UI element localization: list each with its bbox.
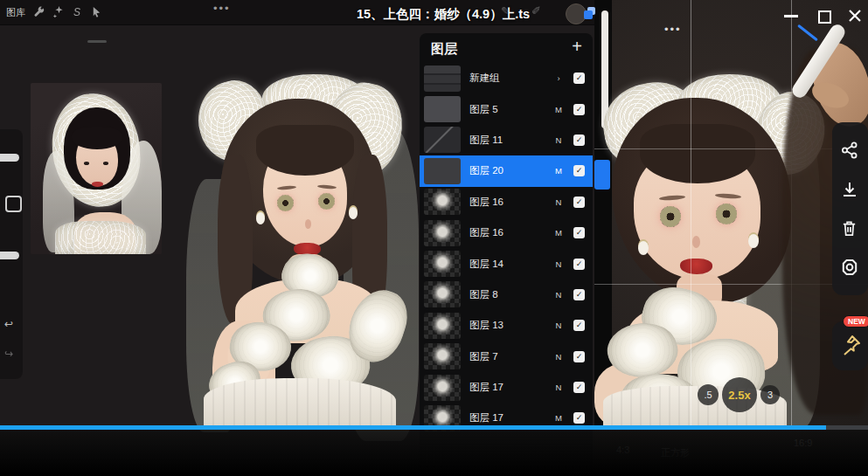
layers-list: 新建组›✓图层 5M✓图层 11N✓图层 20M✓图层 16N✓图层 16M✓图… xyxy=(420,63,593,434)
layer-row[interactable]: 图层 14N✓ xyxy=(420,248,593,279)
copy-icon xyxy=(584,7,596,19)
layer-visibility-checkbox[interactable]: ✓ xyxy=(573,412,585,424)
brush-sidebar: ↩ ↪ xyxy=(0,129,23,379)
layer-name: 图层 7 xyxy=(469,350,544,363)
layer-blend-mode[interactable]: M xyxy=(552,228,565,238)
gallery-button[interactable]: 图库 xyxy=(6,6,25,19)
layer-visibility-checkbox[interactable]: ✓ xyxy=(573,351,585,362)
opacity-slider[interactable] xyxy=(0,252,19,259)
layer-thumbnail[interactable] xyxy=(424,220,461,246)
layer-thumbnail[interactable] xyxy=(424,66,461,92)
layer-row-selected[interactable]: 图层 20M✓ xyxy=(420,155,593,186)
layer-row[interactable]: 图层 17N✓ xyxy=(420,372,593,403)
layer-visibility-checkbox[interactable]: ✓ xyxy=(573,320,585,331)
close-button[interactable] xyxy=(847,8,863,24)
layer-visibility-checkbox[interactable]: ✓ xyxy=(573,104,585,115)
layer-name: 图层 14 xyxy=(469,258,544,271)
layer-name: 图层 8 xyxy=(469,288,544,301)
layer-visibility-checkbox[interactable]: ✓ xyxy=(573,72,585,84)
brush-icon[interactable]: ✎ xyxy=(501,4,510,17)
layer-visibility-checkbox[interactable]: ✓ xyxy=(573,227,585,238)
layer-row[interactable]: 图层 11N✓ xyxy=(420,125,593,155)
layer-blend-mode[interactable]: › xyxy=(552,73,565,83)
actions-wrench-icon[interactable] xyxy=(33,6,45,17)
layer-row[interactable]: 图层 7N✓ xyxy=(420,341,593,372)
layer-thumbnail[interactable] xyxy=(424,96,461,122)
layer-thumbnail[interactable] xyxy=(424,313,461,339)
player-control-bar: 02:14:52 / 02:23:42 标记 NEW 倍速 NEW 超清 字幕 xyxy=(0,430,868,476)
layer-row[interactable]: 图层 8N✓ xyxy=(420,279,593,310)
layer-blend-mode[interactable]: N xyxy=(552,290,565,300)
layer-blend-mode[interactable]: N xyxy=(552,197,565,207)
reference-photo xyxy=(31,83,162,254)
layers-panel-title: 图层 xyxy=(431,41,457,58)
trash-icon[interactable] xyxy=(840,219,858,238)
camera-view: ••• 4:3 正方形 16:9 .5 2.5x 3 xyxy=(594,0,868,476)
eraser-icon[interactable]: ✐ xyxy=(531,4,541,17)
layer-row[interactable]: 图层 16N✓ xyxy=(420,187,593,217)
layer-visibility-checkbox[interactable]: ✓ xyxy=(573,135,585,146)
layer-thumbnail[interactable] xyxy=(424,189,461,215)
layer-row[interactable]: 图层 13N✓ xyxy=(420,310,593,341)
pin-panel xyxy=(832,321,868,370)
layer-thumbnail[interactable] xyxy=(424,343,461,369)
layer-thumbnail[interactable] xyxy=(424,281,461,307)
procreate-topbar: 图库 S ••• ✎ ✐ xyxy=(0,0,594,25)
layer-name: 图层 17 xyxy=(469,411,544,424)
main-artwork xyxy=(179,74,415,428)
layer-thumbnail[interactable] xyxy=(424,127,461,153)
adjustments-wand-icon[interactable] xyxy=(53,6,65,17)
speed-option-0.5[interactable]: .5 xyxy=(698,384,719,405)
pin-new-badge: NEW xyxy=(843,315,868,328)
brush-size-slider[interactable] xyxy=(0,154,19,162)
speed-option-3[interactable]: 3 xyxy=(760,385,780,404)
camera-more-dots: ••• xyxy=(664,23,682,36)
layer-row[interactable]: 图层 5M✓ xyxy=(420,93,593,124)
selection-icon[interactable]: S xyxy=(73,6,80,18)
layers-panel: 图层 + 新建组›✓图层 5M✓图层 11N✓图层 20M✓图层 16N✓图层 … xyxy=(420,33,593,476)
layer-blend-mode[interactable]: M xyxy=(552,166,565,176)
modify-button[interactable] xyxy=(5,196,22,212)
layer-name: 图层 16 xyxy=(469,196,544,209)
layer-thumbnail[interactable] xyxy=(424,375,461,401)
layer-visibility-checkbox[interactable]: ✓ xyxy=(573,165,585,176)
canvas-handle xyxy=(87,40,107,43)
layer-visibility-checkbox[interactable]: ✓ xyxy=(573,197,585,208)
layer-name: 图层 5 xyxy=(469,103,544,116)
layer-blend-mode[interactable]: N xyxy=(552,259,565,269)
redo-button[interactable]: ↪ xyxy=(4,348,13,360)
pin-icon[interactable] xyxy=(841,334,862,356)
layer-visibility-checkbox[interactable]: ✓ xyxy=(573,259,585,270)
download-icon[interactable] xyxy=(840,180,859,199)
layer-visibility-checkbox[interactable]: ✓ xyxy=(573,382,585,393)
layer-thumbnail[interactable] xyxy=(424,251,461,277)
layer-blend-mode[interactable]: N xyxy=(552,383,565,392)
undo-button[interactable]: ↩ xyxy=(4,318,13,330)
layer-visibility-checkbox[interactable]: ✓ xyxy=(573,289,585,300)
layer-name: 新建组 xyxy=(469,72,544,85)
layer-blend-mode[interactable]: N xyxy=(552,352,565,362)
layer-blend-mode[interactable]: N xyxy=(552,321,565,330)
transform-arrow-icon[interactable] xyxy=(91,6,102,17)
layer-row[interactable]: 新建组›✓ xyxy=(420,63,593,93)
layer-blend-mode[interactable]: M xyxy=(552,413,565,423)
speed-option-2.5x[interactable]: 2.5x xyxy=(722,377,757,412)
maximize-button[interactable] xyxy=(818,10,831,24)
layer-name: 图层 16 xyxy=(469,226,544,239)
add-layer-button[interactable]: + xyxy=(572,37,582,57)
layer-name: 图层 20 xyxy=(469,164,544,177)
layer-row[interactable]: 图层 16M✓ xyxy=(420,217,593,248)
record-icon[interactable] xyxy=(840,258,859,277)
video-player-window: 图库 S ••• ✎ ✐ ↩ ↪ xyxy=(0,0,868,476)
layer-name: 图层 17 xyxy=(469,381,544,394)
canvas-more-dots[interactable]: ••• xyxy=(213,2,231,15)
layer-blend-mode[interactable]: N xyxy=(552,135,565,145)
side-action-panel xyxy=(832,122,868,295)
layer-blend-mode[interactable]: M xyxy=(552,105,565,114)
minimize-button[interactable] xyxy=(784,15,798,17)
grid-line-vertical xyxy=(691,0,691,428)
layer-thumbnail[interactable] xyxy=(424,158,461,184)
layer-name: 图层 13 xyxy=(469,319,544,332)
layer-name: 图层 11 xyxy=(469,134,544,147)
share-icon[interactable] xyxy=(840,141,859,160)
